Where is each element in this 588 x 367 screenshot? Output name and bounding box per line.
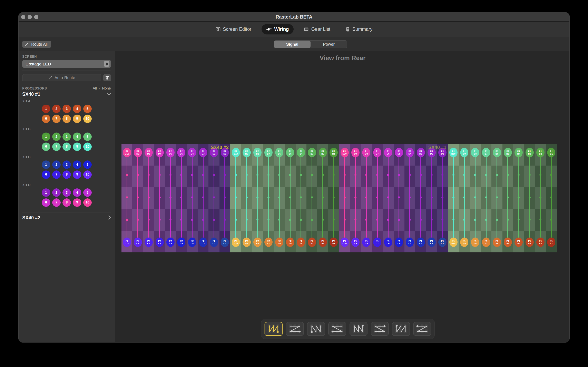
port-chip-B2[interactable]: 2 bbox=[52, 133, 61, 141]
port-chip-D5[interactable]: 5 bbox=[83, 188, 92, 197]
port-top-P2-B9[interactable]: P2B9 bbox=[242, 148, 251, 157]
auto-route-button[interactable]: Auto-Route bbox=[22, 74, 101, 81]
port-top-P1-D3[interactable]: P1D3 bbox=[417, 148, 425, 157]
processor-header-sx40-2[interactable]: SX40 #2 bbox=[22, 215, 111, 221]
clear-routing-button[interactable] bbox=[103, 74, 111, 81]
port-bottom-P2-A5[interactable]: P2A5 bbox=[286, 238, 294, 247]
port-top-P2-B5[interactable]: P2B5 bbox=[286, 148, 294, 157]
port-top-P2-D8[interactable]: P2D8 bbox=[145, 148, 153, 157]
port-chip-A7[interactable]: 7 bbox=[52, 115, 61, 123]
port-chip-D7[interactable]: 7 bbox=[52, 198, 61, 207]
port-bottom-P1-A8[interactable]: P1A8 bbox=[471, 238, 479, 247]
port-top-P1-B6[interactable]: P1B6 bbox=[493, 148, 501, 157]
port-chip-C7[interactable]: 7 bbox=[52, 170, 61, 179]
port-top-P1-D8[interactable]: P1D8 bbox=[362, 148, 370, 157]
port-top-P1-B7[interactable]: P1B7 bbox=[482, 148, 490, 157]
wiring-canvas[interactable]: View from Rear P2D10P2C10P2D9P2C9P2D8P2C… bbox=[115, 51, 570, 342]
port-bottom-P2-A9[interactable]: P2A9 bbox=[242, 238, 251, 247]
port-bottom-P2-A10[interactable]: P2A10 bbox=[232, 238, 240, 247]
port-chip-B3[interactable]: 3 bbox=[62, 133, 71, 141]
port-chip-B9[interactable]: 9 bbox=[73, 142, 81, 151]
port-top-P1-B8[interactable]: P1B8 bbox=[471, 148, 479, 157]
pattern-button-horizontal-snake-start-bottom-left[interactable] bbox=[371, 322, 389, 336]
port-bottom-P1-C2[interactable]: P1C2 bbox=[428, 238, 436, 247]
port-chip-D1[interactable]: 1 bbox=[42, 188, 50, 197]
port-chip-A6[interactable]: 6 bbox=[42, 115, 50, 123]
port-chip-A8[interactable]: 8 bbox=[62, 115, 71, 123]
port-chip-D4[interactable]: 4 bbox=[73, 188, 81, 197]
port-top-P2-D5[interactable]: P2D5 bbox=[177, 148, 185, 157]
port-top-P2-D9[interactable]: P2D9 bbox=[134, 148, 142, 157]
port-top-P2-B3[interactable]: P2B3 bbox=[308, 148, 316, 157]
port-bottom-P2-C6[interactable]: P2C6 bbox=[166, 238, 174, 247]
port-chip-B1[interactable]: 1 bbox=[42, 133, 50, 141]
tab-wiring[interactable]: Wiring bbox=[261, 24, 294, 34]
tab-gear-list[interactable]: Gear List bbox=[299, 24, 335, 34]
port-top-P1-D6[interactable]: P1D6 bbox=[384, 148, 392, 157]
pattern-button-horizontal-snake-start-top-right[interactable] bbox=[328, 322, 346, 336]
pattern-button-horizontal-snake-start-bottom-right[interactable] bbox=[413, 322, 431, 336]
port-chip-C9[interactable]: 9 bbox=[73, 170, 81, 179]
port-chip-D6[interactable]: 6 bbox=[42, 198, 50, 207]
port-chip-D3[interactable]: 3 bbox=[62, 188, 71, 197]
port-chip-A3[interactable]: 3 bbox=[62, 105, 71, 113]
port-top-P1-D5[interactable]: P1D5 bbox=[395, 148, 403, 157]
port-top-P2-D7[interactable]: P2D7 bbox=[156, 148, 164, 157]
port-bottom-P2-A7[interactable]: P2A7 bbox=[264, 238, 273, 247]
port-chip-A2[interactable]: 2 bbox=[52, 105, 61, 113]
port-top-P1-B5[interactable]: P1B5 bbox=[504, 148, 512, 157]
pattern-button-vertical-snake-start-top-right[interactable] bbox=[350, 322, 367, 336]
port-chip-B5[interactable]: 5 bbox=[83, 133, 92, 141]
tab-summary[interactable]: Summary bbox=[341, 24, 377, 34]
segment-power[interactable]: Power bbox=[311, 41, 347, 48]
port-bottom-P2-C9[interactable]: P2C9 bbox=[134, 238, 142, 247]
port-bottom-P1-A9[interactable]: P1A9 bbox=[460, 238, 468, 247]
port-bottom-P2-A8[interactable]: P2A8 bbox=[253, 238, 261, 247]
port-top-P2-D10[interactable]: P2D10 bbox=[123, 148, 131, 157]
port-top-P2-B6[interactable]: P2B6 bbox=[275, 148, 283, 157]
port-top-P2-B10[interactable]: P2B10 bbox=[232, 148, 240, 157]
port-bottom-P1-A5[interactable]: P1A5 bbox=[504, 238, 512, 247]
segment-signal[interactable]: Signal bbox=[274, 41, 311, 48]
port-chip-C10[interactable]: 10 bbox=[83, 170, 92, 179]
port-bottom-P2-A6[interactable]: P2A6 bbox=[275, 238, 283, 247]
port-bottom-P2-A2[interactable]: P2A2 bbox=[319, 238, 327, 247]
port-chip-D8[interactable]: 8 bbox=[62, 198, 71, 207]
port-chip-C2[interactable]: 2 bbox=[52, 160, 61, 169]
port-chip-B6[interactable]: 6 bbox=[42, 142, 50, 151]
tab-screen-editor[interactable]: Screen Editor bbox=[211, 24, 256, 34]
port-top-P1-B3[interactable]: P1B3 bbox=[526, 148, 534, 157]
port-bottom-P2-A3[interactable]: P2A3 bbox=[308, 238, 316, 247]
port-bottom-P1-C10[interactable]: P1C10 bbox=[341, 238, 349, 247]
port-chip-A10[interactable]: 10 bbox=[83, 115, 92, 123]
processor-header-sx40-1[interactable]: SX40 #1 bbox=[22, 92, 111, 97]
port-bottom-P2-C10[interactable]: P2C10 bbox=[123, 238, 131, 247]
port-bottom-P1-C5[interactable]: P1C5 bbox=[395, 238, 403, 247]
port-top-P1-B9[interactable]: P1B9 bbox=[460, 148, 468, 157]
port-chip-A1[interactable]: 1 bbox=[42, 105, 50, 113]
port-chip-D10[interactable]: 10 bbox=[83, 198, 92, 207]
port-chip-C1[interactable]: 1 bbox=[42, 160, 50, 169]
port-chip-C6[interactable]: 6 bbox=[42, 170, 50, 179]
port-bottom-P1-A7[interactable]: P1A7 bbox=[482, 238, 490, 247]
port-bottom-P1-C3[interactable]: P1C3 bbox=[417, 238, 425, 247]
port-bottom-P1-A6[interactable]: P1A6 bbox=[493, 238, 501, 247]
port-bottom-P1-C9[interactable]: P1C9 bbox=[351, 238, 360, 247]
port-chip-B7[interactable]: 7 bbox=[52, 142, 61, 151]
pattern-button-horizontal-snake-start-top-left[interactable] bbox=[286, 322, 304, 336]
port-top-P2-B2[interactable]: P2B2 bbox=[319, 148, 327, 157]
port-chip-A4[interactable]: 4 bbox=[73, 105, 81, 113]
port-bottom-P2-C8[interactable]: P2C8 bbox=[145, 238, 153, 247]
pattern-button-vertical-snake-start-top-left[interactable] bbox=[265, 322, 283, 336]
select-all-link[interactable]: All bbox=[93, 86, 97, 91]
port-chip-B8[interactable]: 8 bbox=[62, 142, 71, 151]
port-chip-D9[interactable]: 9 bbox=[73, 198, 81, 207]
port-chip-C8[interactable]: 8 bbox=[62, 170, 71, 179]
route-all-button[interactable]: Route All bbox=[22, 41, 51, 48]
select-none-link[interactable]: None bbox=[102, 86, 111, 91]
port-bottom-P2-C2[interactable]: P2C2 bbox=[210, 238, 218, 247]
port-chip-A5[interactable]: 5 bbox=[83, 105, 92, 113]
port-chip-C5[interactable]: 5 bbox=[83, 160, 92, 169]
pattern-button-vertical-snake-start-bottom-right[interactable] bbox=[392, 322, 410, 336]
port-chip-A9[interactable]: 9 bbox=[73, 115, 81, 123]
